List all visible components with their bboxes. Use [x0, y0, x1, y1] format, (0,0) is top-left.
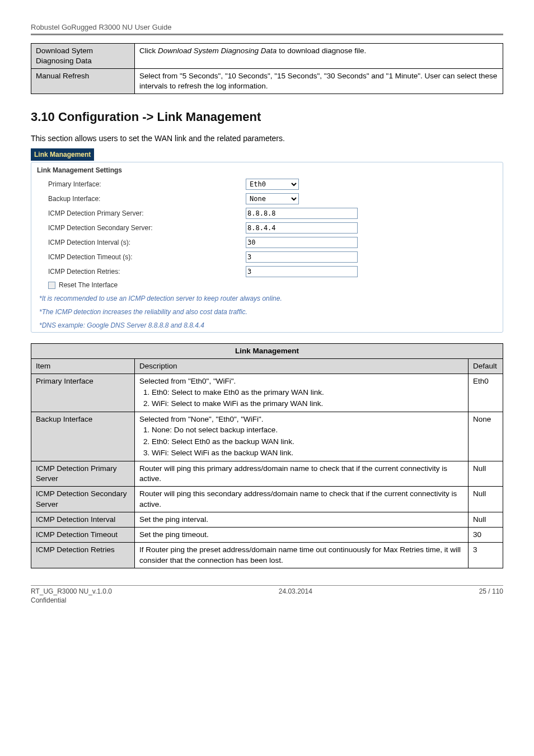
table-row: Download Sytem Diagnosing Data Click Dow… [31, 43, 503, 68]
cell-default: 30 [469, 528, 503, 543]
table-row: Primary Interface Selected from "Eth0", … [31, 374, 503, 412]
cell-desc: Click Download System Diagnosing Data to… [135, 43, 503, 68]
table-row: ICMP Detection Secondary Server Router w… [31, 487, 503, 512]
field-icmp-primary: ICMP Detection Primary Server: [31, 206, 503, 221]
field-label: ICMP Detection Secondary Server: [48, 223, 241, 232]
cell-default: Null [469, 512, 503, 527]
screenshot-panel: Link Management Link Management Settings… [31, 148, 503, 333]
text-italic: Download System Diagnosing Data [158, 46, 277, 55]
primary-interface-select[interactable]: Eth0 [246, 179, 299, 190]
cell-desc: Selected from "Eth0", "WiFi". Eth0: Sele… [135, 374, 469, 412]
icmp-retries-input[interactable] [246, 266, 358, 277]
table-caption-row: Link Management [31, 344, 503, 359]
table-link-management: Link Management Item Description Default… [31, 343, 503, 568]
page-footer: RT_UG_R3000 NU_v.1.0.0 24.03.2014 25 / 1… [31, 586, 503, 596]
section-heading: 3.10 Configuration -> Link Management [31, 109, 503, 125]
list-item: None: Do not select backup interface. [152, 424, 463, 436]
cell-desc: Set the ping interval. [135, 512, 469, 527]
section-intro: This section allows users to set the WAN… [31, 133, 503, 144]
list-item: WiFi: Select WiFi as the backup WAN link… [152, 447, 463, 459]
icmp-primary-input[interactable] [246, 208, 358, 219]
note-text: *DNS example: Google DNS Server 8.8.8.8 … [31, 319, 503, 332]
table-row: ICMP Detection Retries If Router ping th… [31, 543, 503, 568]
table-row: ICMP Detection Interval Set the ping int… [31, 512, 503, 527]
table-caption: Link Management [31, 344, 503, 359]
table-row: Backup Interface Selected from "None", "… [31, 412, 503, 461]
icmp-secondary-input[interactable] [246, 222, 358, 234]
cell-item: Manual Refresh [31, 68, 135, 94]
header-rule [31, 34, 503, 35]
text: to download diagnose file. [277, 46, 366, 55]
field-icmp-secondary: ICMP Detection Secondary Server: [31, 221, 503, 235]
table-row: ICMP Detection Primary Server Router wil… [31, 461, 503, 486]
cell-item: Download Sytem Diagnosing Data [31, 43, 135, 68]
table-row: Manual Refresh Select from "5 Seconds", … [31, 68, 503, 94]
page-header: Robustel GoRugged R3000 NU User Guide [31, 22, 503, 32]
desc-list: None: Do not select backup interface. Et… [139, 424, 463, 459]
cell-desc: Router will ping this secondary address/… [135, 487, 469, 512]
field-backup-interface: Backup Interface: None [31, 192, 503, 206]
field-label: ICMP Detection Retries: [48, 267, 241, 276]
cell-desc: Selected from "None", "Eth0", "WiFi". No… [135, 412, 469, 461]
cell-item: ICMP Detection Secondary Server [31, 487, 135, 512]
backup-interface-select[interactable]: None [246, 193, 299, 204]
cell-default: Null [469, 487, 503, 512]
cell-desc: Set the ping timeout. [135, 528, 469, 543]
desc-intro: Selected from "Eth0", "WiFi". [139, 376, 463, 386]
field-label: ICMP Detection Timeout (s): [48, 253, 241, 262]
cell-item: Backup Interface [31, 412, 135, 461]
note-text: *It is recommended to use an ICMP detect… [31, 292, 503, 305]
field-label: Primary Interface: [48, 180, 241, 189]
cell-default: Null [469, 461, 503, 486]
field-icmp-retries: ICMP Detection Retries: [31, 264, 503, 279]
field-icmp-timeout: ICMP Detection Timeout (s): [31, 250, 503, 264]
col-header-desc: Description [135, 359, 469, 374]
desc-intro: Selected from "None", "Eth0", "WiFi". [139, 414, 463, 424]
field-reset-interface: Reset The Interface [31, 279, 503, 291]
cell-item: ICMP Detection Primary Server [31, 461, 135, 486]
desc-list: Eth0: Select to make Eth0 as the primary… [139, 387, 463, 409]
cell-desc: Router will ping this primary address/do… [135, 461, 469, 486]
settings-box: Link Management Settings Primary Interfa… [31, 162, 503, 333]
field-label: Reset The Interface [59, 281, 118, 290]
footer-right: 25 / 110 [479, 587, 503, 596]
icmp-interval-input[interactable] [246, 237, 358, 248]
cell-item: ICMP Detection Interval [31, 512, 135, 527]
field-label: Backup Interface: [48, 194, 241, 203]
cell-item: ICMP Detection Retries [31, 543, 135, 568]
reset-interface-checkbox[interactable] [48, 282, 55, 289]
footer-confidential: Confidential [31, 596, 503, 605]
col-header-default: Default [469, 359, 503, 374]
cell-default: None [469, 412, 503, 461]
cell-item: ICMP Detection Timeout [31, 528, 135, 543]
list-item: Eth0: Select to make Eth0 as the primary… [152, 387, 463, 398]
footer-left: RT_UG_R3000 NU_v.1.0.0 [31, 587, 112, 596]
table-header-row: Item Description Default [31, 359, 503, 374]
list-item: WiFi: Select to make WiFi as the primary… [152, 398, 463, 409]
icmp-timeout-input[interactable] [246, 251, 358, 263]
note-text: *The ICMP detection increases the reliab… [31, 305, 503, 319]
table-download-refresh: Download Sytem Diagnosing Data Click Dow… [31, 43, 503, 95]
field-label: ICMP Detection Interval (s): [48, 238, 241, 247]
panel-title: Link Management [31, 148, 94, 161]
cell-item: Primary Interface [31, 374, 135, 412]
col-header-item: Item [31, 359, 135, 374]
list-item: Eth0: Select Eth0 as the backup WAN link… [152, 436, 463, 447]
cell-desc: If Router ping the preset address/domain… [135, 543, 469, 568]
table-row: ICMP Detection Timeout Set the ping time… [31, 528, 503, 543]
field-icmp-interval: ICMP Detection Interval (s): [31, 235, 503, 250]
text: Click [139, 46, 158, 55]
cell-desc: Select from "5 Seconds", "10 Seconds", "… [135, 68, 503, 94]
cell-default: 3 [469, 543, 503, 568]
footer-center: 24.03.2014 [279, 587, 312, 596]
cell-default: Eth0 [469, 374, 503, 412]
field-label: ICMP Detection Primary Server: [48, 209, 241, 218]
box-title: Link Management Settings [31, 162, 503, 177]
field-primary-interface: Primary Interface: Eth0 [31, 177, 503, 192]
